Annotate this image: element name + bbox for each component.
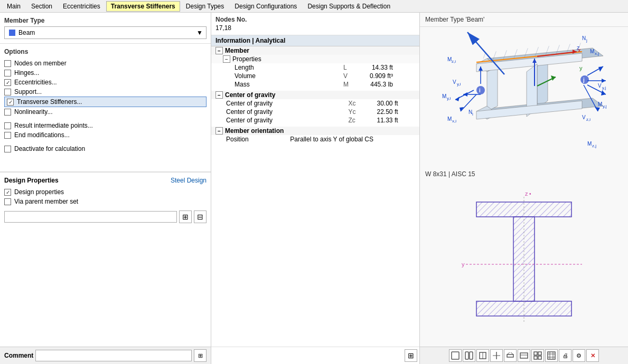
option-end-modifications[interactable]: End modifications... <box>4 130 207 140</box>
steel-design-link[interactable]: Steel Design <box>171 177 207 184</box>
dp-design-properties[interactable]: Design properties <box>4 187 207 197</box>
tb-close-btn[interactable]: ✕ <box>586 349 599 362</box>
menu-main[interactable]: Main <box>2 1 25 12</box>
right-bottom-toolbar: 🖨 ⚙ ✕ <box>420 347 628 364</box>
menu-section[interactable]: Section <box>26 1 57 12</box>
tb-btn-8[interactable] <box>545 349 558 362</box>
tb-btn-3[interactable] <box>476 349 489 362</box>
svg-rect-86 <box>470 352 473 359</box>
tb-btn-7[interactable] <box>531 349 544 362</box>
properties-table: Length L 14.33 ft Volume V 0.909 ft³ Mas… <box>211 63 419 89</box>
option-transverse-stiffeners[interactable]: Transverse Stiffeners... <box>4 97 207 107</box>
properties-toggle[interactable]: − <box>223 55 230 63</box>
svg-rect-97 <box>538 352 541 355</box>
svg-text:y,i: y,i <box>457 82 461 87</box>
tb-btn-5[interactable] <box>504 349 517 362</box>
svg-text:y,i: y,i <box>447 96 451 101</box>
tb-btn-1[interactable] <box>449 349 462 362</box>
menu-transverse-stiffeners[interactable]: Transverse Stiffeners <box>106 1 180 12</box>
tb-btn-4[interactable] <box>490 349 503 362</box>
svg-marker-70 <box>601 90 606 95</box>
cb-hinges <box>4 70 11 76</box>
orientation-group-row: − Member orientation <box>211 127 419 135</box>
option-eccentricities-label: Eccentricities... <box>14 79 57 86</box>
prop-mass-name: Mass <box>211 80 339 89</box>
prop-length-val: 14.33 ft <box>355 63 397 72</box>
menu-design-configurations[interactable]: Design Configurations <box>230 1 302 12</box>
comment-section: Comment ⊞ <box>0 347 211 364</box>
dp-via-parent[interactable]: Via parent member set <box>4 197 207 206</box>
section-label: W 8x31 | AISC 15 <box>420 169 628 179</box>
cb-support <box>4 89 11 95</box>
member-group-row: − Member <box>211 46 419 55</box>
orient-pos-name: Position <box>211 135 272 143</box>
tb-settings-btn[interactable]: ⚙ <box>573 349 585 362</box>
option-nonlinearity[interactable]: Nonlinearity... <box>4 107 207 117</box>
menu-design-supports[interactable]: Design Supports & Deflection <box>303 1 395 12</box>
tb-btn-6[interactable] <box>518 349 530 362</box>
gravity-toggle[interactable]: − <box>215 91 223 99</box>
member-type-dropdown[interactable]: Beam ▼ <box>4 26 207 39</box>
svg-text:M: M <box>587 141 592 147</box>
grav-xc-name: Center of gravity <box>211 99 344 108</box>
svg-text:x,j: x,j <box>595 51 599 56</box>
option-deactivate[interactable]: Deactivate for calculation <box>4 144 207 154</box>
tb-btn-2[interactable] <box>463 349 475 362</box>
cb-eccentricities <box>4 79 11 86</box>
option-nonlinearity-label: Nonlinearity... <box>14 108 52 116</box>
svg-text:i: i <box>472 112 473 117</box>
option-hinges[interactable]: Hinges... <box>4 68 207 78</box>
svg-text:j: j <box>586 38 587 43</box>
cb-via-parent <box>4 198 11 205</box>
menu-design-types[interactable]: Design Types <box>181 1 229 12</box>
cross-section-svg: z • <box>450 186 598 339</box>
option-nodes-label: Nodes on member <box>14 60 67 67</box>
prop-mass-sym: M <box>339 80 355 89</box>
member-group-label: Member <box>225 47 249 54</box>
option-eccentricities[interactable]: Eccentricities... <box>4 78 207 87</box>
svg-rect-98 <box>534 356 537 359</box>
properties-label: Properties <box>232 55 261 63</box>
cb-end-modifications <box>4 132 11 139</box>
member-toggle[interactable]: − <box>215 47 223 54</box>
design-props-input[interactable] <box>4 211 177 223</box>
grav-xc-val: 30.00 ft <box>360 99 402 108</box>
member-type-value: Beam <box>18 29 35 36</box>
right-title: Member Type 'Beam' <box>420 13 628 27</box>
info-section: Information | Analytical − Member − Prop… <box>211 35 419 347</box>
tb-print-btn[interactable]: 🖨 <box>559 349 571 362</box>
orientation-toggle[interactable]: − <box>215 127 223 135</box>
svg-text:x,i: x,i <box>452 119 456 123</box>
comment-btn[interactable]: ⊞ <box>194 349 207 362</box>
beam-color-box <box>9 30 15 36</box>
svg-marker-66 <box>598 66 603 72</box>
svg-text:y: y <box>462 261 465 267</box>
svg-text:z,i: z,i <box>452 59 456 64</box>
option-hinges-label: Hinges... <box>14 69 39 76</box>
middle-panel: Nodes No. 17,18 Information | Analytical… <box>211 13 420 364</box>
orient-pos-val: Parallel to axis Y of global CS <box>288 135 419 143</box>
svg-text:y,j: y,j <box>602 85 606 90</box>
option-support[interactable]: Support... <box>4 87 207 97</box>
cb-result-intermediate <box>4 122 11 129</box>
properties-row: − Properties <box>211 55 419 63</box>
dp-btn-1[interactable]: ⊞ <box>179 210 192 223</box>
svg-marker-68 <box>602 79 606 83</box>
table-row: Volume V 0.909 ft³ <box>211 72 419 80</box>
svg-text:V: V <box>453 79 456 85</box>
dp-btn-2[interactable]: ⊟ <box>194 210 207 223</box>
grav-yc-val: 22.50 ft <box>360 108 402 116</box>
comment-input[interactable] <box>35 350 192 361</box>
prop-mass-val: 445.3 lb <box>355 80 397 89</box>
option-nodes-on-member[interactable]: Nodes on member <box>4 59 207 68</box>
nodes-value: 17,18 <box>215 24 415 32</box>
menu-eccentricities[interactable]: Eccentricities <box>58 1 105 12</box>
cb-deactivate <box>4 146 11 152</box>
grav-zc-val: 11.33 ft <box>360 116 402 124</box>
svg-text:z,i: z,i <box>586 117 590 122</box>
option-result-intermediate[interactable]: Result intermediate points... <box>4 121 207 130</box>
table-view-btn[interactable]: ⊞ <box>405 349 417 362</box>
svg-text:y,j: y,j <box>603 104 607 109</box>
dp-design-properties-label: Design properties <box>14 188 64 196</box>
cb-transverse-stiffeners <box>7 99 14 106</box>
